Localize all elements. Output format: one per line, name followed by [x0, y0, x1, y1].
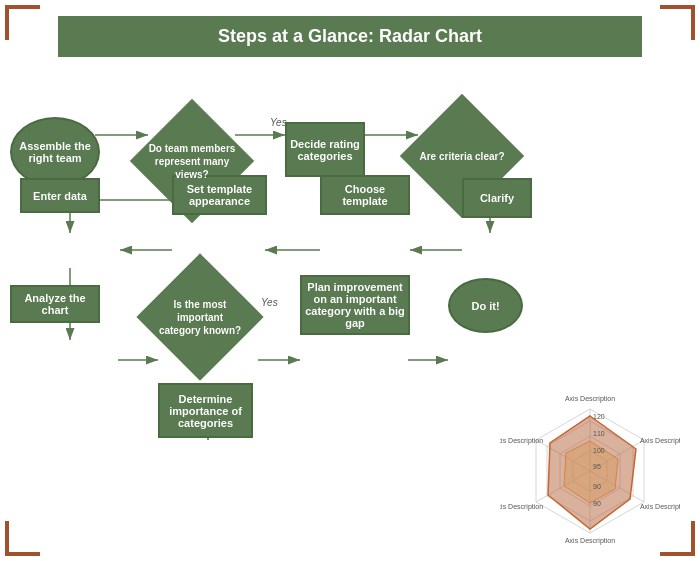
most-important-node: Is the most important category known? — [155, 272, 245, 362]
svg-text:95: 95 — [593, 463, 601, 470]
header-title: Steps at a Glance: Radar Chart — [218, 26, 482, 46]
svg-text:90: 90 — [593, 483, 601, 490]
svg-text:120: 120 — [593, 413, 605, 420]
yes-label-3: Yes — [261, 297, 278, 308]
header-container: Steps at a Glance: Radar Chart — [28, 8, 672, 65]
radar-axis-tr: Axis Description — [640, 437, 680, 445]
radar-axis-bl: Axis Description — [500, 503, 543, 511]
radar-axis-tl: Axis Description — [500, 437, 543, 445]
svg-text:100: 100 — [593, 447, 605, 454]
radar-chart-svg: 120 110 100 95 90 90 Axis Description Ax… — [500, 391, 680, 551]
clarify-node: Clarify — [462, 178, 532, 218]
radar-axis-bottom: Axis Description — [565, 537, 615, 545]
analyze-node: Analyze the chart — [10, 285, 100, 323]
svg-text:90: 90 — [593, 500, 601, 507]
enter-node: Enter data — [20, 178, 100, 213]
radar-axis-br: Axis Description — [640, 503, 680, 511]
header-bar: Steps at a Glance: Radar Chart — [58, 16, 642, 57]
choose-node: Choose template — [320, 175, 410, 215]
radar-chart-container: 120 110 100 95 90 90 Axis Description Ax… — [500, 391, 680, 551]
assemble-node: Assemble the right team — [10, 117, 100, 187]
do-it-node: Do it! — [448, 278, 523, 333]
radar-axis-top: Axis Description — [565, 395, 615, 403]
plan-node: Plan improvement on an important categor… — [300, 275, 410, 335]
determine-node: Determine importance of categories — [158, 383, 253, 438]
svg-text:110: 110 — [593, 430, 605, 437]
corner-bracket-bl — [5, 521, 40, 556]
decide-node: Decide rating categories — [285, 122, 365, 177]
set-template-node: Set template appearance — [172, 175, 267, 215]
